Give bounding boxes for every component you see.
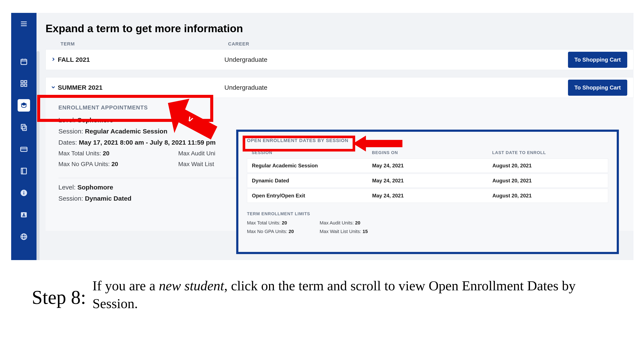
divider <box>58 178 248 178</box>
cell-session: Dynamic Dated <box>252 178 372 184</box>
term-name: FALL 2021 <box>54 56 224 63</box>
label: Max Total Units: <box>247 220 280 226</box>
credit-card-icon[interactable] <box>18 143 30 155</box>
term-career: Undergraduate <box>224 84 568 91</box>
value: 20 <box>288 229 294 234</box>
text: If you are a <box>92 278 159 293</box>
label-partial: Max Audit Uni <box>178 150 216 157</box>
text-emphasis: new student <box>159 278 224 293</box>
table-row: Open Entry/Open Exit May 24, 2021 August… <box>247 189 608 203</box>
globe-icon[interactable] <box>18 230 30 243</box>
svg-rect-3 <box>21 59 27 65</box>
open-enrollment-table-header: SESSION BEGINS ON LAST DATE TO ENROLL <box>247 147 608 159</box>
step-text: If you are a new student, click on the t… <box>92 277 612 313</box>
menu-icon[interactable] <box>18 17 30 30</box>
svg-rect-7 <box>21 81 24 83</box>
grid-icon[interactable] <box>18 77 30 90</box>
svg-rect-11 <box>22 126 26 130</box>
step-caption: Step 8: If you are a new student, click … <box>32 277 612 313</box>
term-row-fall-2021[interactable]: FALL 2021 Undergraduate To Shopping Cart <box>46 49 634 70</box>
label: Max No GPA Units: <box>58 161 110 167</box>
table-row: Regular Academic Session May 24, 2021 Au… <box>247 159 608 173</box>
cell-session: Regular Academic Session <box>252 163 372 169</box>
section-title-term-limits: TERM ENROLLMENT LIMITS <box>247 211 608 216</box>
level-row: Level: Sophomore <box>58 116 634 124</box>
term-name: SUMMER 2021 <box>54 84 224 91</box>
table-row: Dynamic Dated May 24, 2021 August 20, 20… <box>247 174 608 188</box>
svg-rect-15 <box>21 168 26 174</box>
user-card-icon[interactable] <box>18 209 30 221</box>
label: Level: <box>58 184 76 191</box>
value: 20 <box>355 220 360 226</box>
cell-session: Open Entry/Open Exit <box>252 193 372 199</box>
step-label: Step 8: <box>32 277 86 308</box>
value: 20 <box>282 220 287 226</box>
value: May 17, 2021 8:00 am - July 8, 2021 11:5… <box>79 139 216 146</box>
section-title-open-enrollment: OPEN ENROLLMENT DATES BY SESSION <box>247 138 348 143</box>
label: Max Total Units: <box>58 150 101 157</box>
chevron-down-icon <box>46 84 54 91</box>
term-career: Undergraduate <box>224 56 568 63</box>
value: 20 <box>103 150 109 157</box>
term-table-header: TERM CAREER <box>46 41 634 49</box>
copy-icon[interactable] <box>18 121 30 133</box>
graduation-cap-icon[interactable] <box>18 99 30 112</box>
cell-last: August 20, 2021 <box>492 163 608 169</box>
value: Sophomore <box>77 116 113 124</box>
column-header-session: SESSION <box>252 150 372 155</box>
svg-point-19 <box>24 191 24 192</box>
calendar-icon[interactable] <box>18 55 30 68</box>
label: Max No GPA Units: <box>247 229 287 234</box>
book-icon[interactable] <box>18 165 30 177</box>
svg-rect-8 <box>24 81 27 83</box>
value: 20 <box>112 161 118 167</box>
svg-rect-12 <box>21 124 25 129</box>
sidebar <box>11 13 36 260</box>
section-title-enrollment-appointments: ENROLLMENT APPOINTMENTS <box>58 104 634 111</box>
cell-last: August 20, 2021 <box>492 178 608 184</box>
value: Regular Academic Session <box>85 128 167 135</box>
label: Max Wait List Units: <box>320 229 361 234</box>
shopping-cart-button[interactable]: To Shopping Cart <box>568 52 627 68</box>
cell-begins: May 24, 2021 <box>372 178 492 184</box>
cell-begins: May 24, 2021 <box>372 163 492 169</box>
svg-point-21 <box>23 213 25 215</box>
term-row-summer-2021[interactable]: SUMMER 2021 Undergraduate To Shopping Ca… <box>46 77 634 98</box>
value: 15 <box>362 229 368 234</box>
label: Dates: <box>58 139 77 146</box>
svg-rect-18 <box>24 192 24 195</box>
scrollbar[interactable] <box>36 51 40 260</box>
label-partial: Max Wait List <box>178 161 214 167</box>
cell-begins: May 24, 2021 <box>372 193 492 199</box>
label: Max Audit Units: <box>320 220 354 226</box>
column-header-begins: BEGINS ON <box>372 150 492 155</box>
svg-rect-13 <box>20 147 27 151</box>
value: Sophomore <box>77 184 113 191</box>
column-header-last: LAST DATE TO ENROLL <box>492 150 608 155</box>
term-limits-grid: Max Total Units: 20 Max No GPA Units: 20… <box>247 220 608 237</box>
chevron-right-icon <box>46 56 54 63</box>
page-title: Expand a term to get more information <box>46 13 634 41</box>
column-header-term: TERM <box>46 41 228 47</box>
label: Session: <box>58 128 83 135</box>
open-enrollment-overlay: OPEN ENROLLMENT DATES BY SESSION SESSION… <box>236 130 619 254</box>
label: Level: <box>58 116 76 124</box>
info-icon[interactable] <box>18 187 30 199</box>
svg-rect-10 <box>24 84 27 86</box>
column-header-career: CAREER <box>228 41 634 47</box>
svg-rect-9 <box>21 84 24 86</box>
label: Session: <box>58 195 83 202</box>
shopping-cart-button[interactable]: To Shopping Cart <box>568 80 627 96</box>
value: Dynamic Dated <box>85 195 132 202</box>
cell-last: August 20, 2021 <box>492 193 608 199</box>
